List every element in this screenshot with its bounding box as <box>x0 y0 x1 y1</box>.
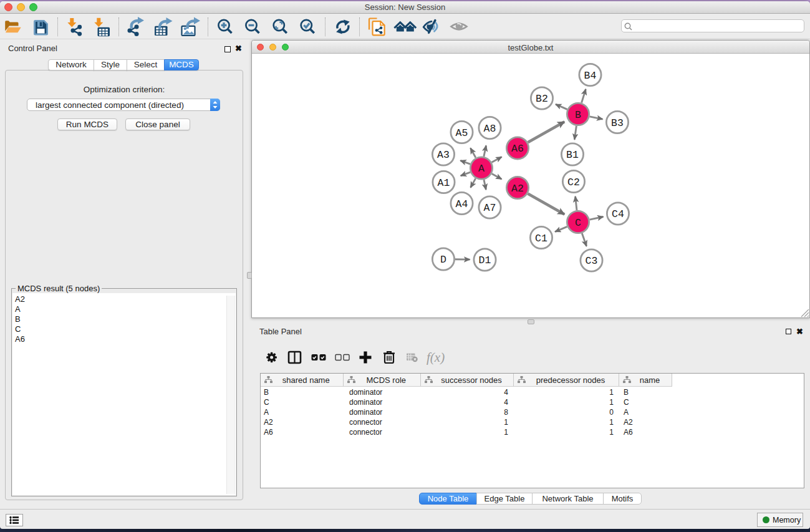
svg-text:B: B <box>575 109 581 121</box>
svg-text:A5: A5 <box>456 127 468 139</box>
svg-text:C: C <box>575 217 581 229</box>
svg-text:A2: A2 <box>511 183 524 195</box>
svg-text:A8: A8 <box>484 123 496 135</box>
svg-text:C1: C1 <box>535 233 547 244</box>
svg-text:A6: A6 <box>511 143 524 155</box>
svg-text:A4: A4 <box>456 198 468 210</box>
svg-text:B1: B1 <box>566 149 579 161</box>
svg-text:A: A <box>478 163 485 175</box>
svg-text:B4: B4 <box>584 70 597 82</box>
svg-text:A7: A7 <box>484 202 496 214</box>
svg-text:D1: D1 <box>479 254 491 266</box>
svg-text:C4: C4 <box>612 208 624 220</box>
svg-text:B2: B2 <box>536 93 548 105</box>
svg-text:C2: C2 <box>567 177 580 188</box>
svg-text:D: D <box>440 254 446 266</box>
svg-text:A3: A3 <box>437 149 450 161</box>
svg-text:C3: C3 <box>586 255 598 267</box>
svg-text:A1: A1 <box>438 177 450 189</box>
svg-text:B3: B3 <box>611 117 624 129</box>
